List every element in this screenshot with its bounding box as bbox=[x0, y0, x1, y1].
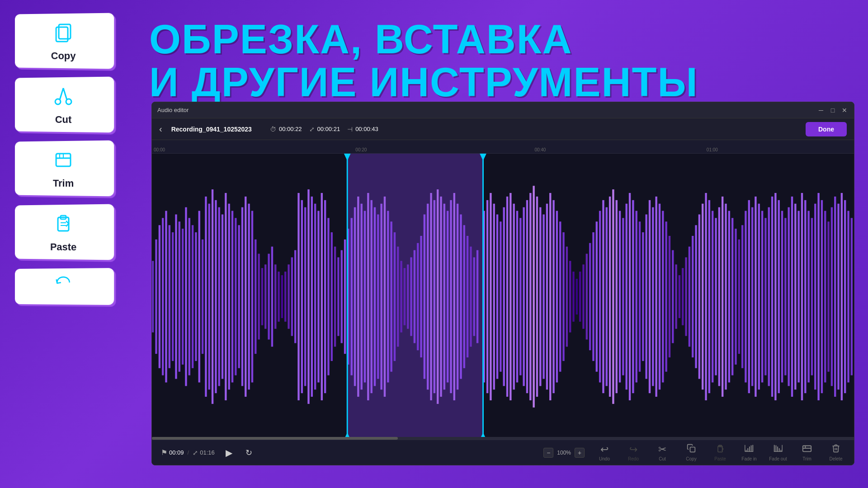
editor-title: Audio editor bbox=[157, 107, 817, 113]
svg-rect-137 bbox=[562, 232, 564, 361]
svg-rect-178 bbox=[698, 215, 700, 379]
tool-card-undo-partial[interactable] bbox=[15, 268, 114, 305]
svg-rect-156 bbox=[626, 204, 627, 389]
flag-icon: ⚑ bbox=[161, 448, 167, 457]
svg-rect-54 bbox=[284, 272, 286, 322]
time-separator: / bbox=[188, 449, 189, 456]
time-duration-value: 00:00:21 bbox=[317, 126, 340, 132]
svg-rect-232 bbox=[690, 447, 695, 452]
tool-card-trim[interactable]: Trim bbox=[15, 141, 114, 197]
svg-rect-60 bbox=[304, 207, 306, 386]
svg-rect-140 bbox=[572, 272, 574, 322]
svg-rect-248 bbox=[781, 450, 782, 452]
redo-tool-label: Redo bbox=[628, 456, 639, 461]
trim-tool-icon bbox=[802, 444, 812, 455]
svg-rect-121 bbox=[509, 193, 511, 400]
svg-rect-131 bbox=[542, 215, 544, 379]
svg-rect-200 bbox=[771, 197, 773, 397]
total-time: 01:16 bbox=[200, 449, 215, 456]
svg-rect-193 bbox=[748, 200, 750, 393]
back-button[interactable]: ‹ bbox=[159, 124, 162, 134]
svg-rect-43 bbox=[248, 204, 250, 389]
svg-rect-218 bbox=[831, 207, 833, 386]
svg-rect-33 bbox=[215, 200, 217, 393]
svg-rect-174 bbox=[685, 257, 687, 336]
svg-rect-241 bbox=[752, 445, 753, 452]
loop-button[interactable]: ↻ bbox=[242, 446, 256, 460]
svg-rect-210 bbox=[804, 200, 806, 393]
svg-rect-18 bbox=[165, 211, 167, 383]
copy-label: Copy bbox=[51, 50, 76, 62]
svg-rect-26 bbox=[192, 225, 193, 368]
svg-rect-186 bbox=[725, 204, 726, 389]
fade-out-tool-button[interactable]: Fade out bbox=[769, 444, 787, 461]
svg-rect-37 bbox=[228, 204, 230, 389]
svg-rect-71 bbox=[341, 250, 343, 343]
delete-tool-button[interactable]: Delete bbox=[827, 444, 845, 461]
svg-rect-44 bbox=[251, 211, 253, 383]
svg-rect-19 bbox=[169, 225, 170, 368]
zoom-icon: ⤢ bbox=[193, 449, 198, 456]
tool-card-copy[interactable]: Copy bbox=[15, 13, 114, 69]
svg-rect-49 bbox=[268, 254, 269, 340]
svg-rect-40 bbox=[238, 225, 240, 368]
zoom-in-button[interactable]: + bbox=[575, 448, 585, 458]
svg-rect-182 bbox=[712, 211, 713, 383]
svg-rect-28 bbox=[198, 211, 200, 383]
svg-rect-123 bbox=[516, 211, 518, 383]
svg-rect-132 bbox=[546, 204, 548, 389]
transport-time: ⚑ 00:09 / ⤢ 01:16 bbox=[161, 448, 215, 457]
svg-rect-189 bbox=[735, 229, 736, 365]
svg-rect-168 bbox=[665, 221, 667, 371]
title-line1: ОБРЕЗКА, ВСТАВКА bbox=[149, 18, 719, 61]
cut-tool-button[interactable]: ✂ Cut bbox=[653, 444, 671, 461]
trim-label: Trim bbox=[53, 178, 74, 189]
svg-rect-30 bbox=[205, 197, 207, 397]
undo-tool-label: Undo bbox=[599, 456, 610, 461]
svg-rect-184 bbox=[718, 207, 720, 386]
svg-rect-29 bbox=[202, 239, 203, 354]
transport-controls: ▶ ↻ bbox=[222, 446, 256, 460]
fade-in-tool-label: Fade in bbox=[741, 456, 756, 461]
play-button[interactable]: ▶ bbox=[222, 446, 236, 460]
fade-out-tool-icon bbox=[773, 444, 783, 455]
svg-rect-66 bbox=[324, 200, 326, 393]
svg-rect-173 bbox=[682, 268, 684, 325]
maximize-button[interactable]: □ bbox=[829, 106, 837, 114]
svg-rect-171 bbox=[675, 264, 677, 328]
svg-rect-118 bbox=[500, 221, 501, 371]
fade-in-tool-icon bbox=[744, 444, 754, 455]
minimize-button[interactable]: ─ bbox=[817, 106, 825, 114]
svg-rect-145 bbox=[589, 243, 591, 350]
svg-rect-61 bbox=[307, 189, 309, 404]
window-controls: ─ □ ✕ bbox=[817, 106, 849, 114]
tool-card-cut[interactable]: Cut bbox=[15, 77, 114, 133]
svg-rect-125 bbox=[523, 207, 524, 386]
svg-rect-32 bbox=[212, 189, 213, 404]
done-button[interactable]: Done bbox=[806, 122, 847, 136]
svg-rect-217 bbox=[827, 221, 829, 371]
svg-rect-239 bbox=[749, 446, 750, 451]
svg-rect-209 bbox=[801, 193, 803, 400]
scrollbar-track[interactable] bbox=[152, 437, 854, 440]
svg-rect-128 bbox=[533, 186, 534, 408]
undo-tool-button[interactable]: ↩ Undo bbox=[595, 444, 613, 461]
time-start-item: ⏱ 00:00:22 bbox=[270, 126, 302, 133]
svg-rect-225 bbox=[347, 154, 483, 440]
svg-rect-146 bbox=[592, 232, 594, 361]
close-button[interactable]: ✕ bbox=[840, 106, 849, 114]
trim-tool-button[interactable]: Trim bbox=[798, 444, 816, 461]
zoom-out-button[interactable]: − bbox=[543, 448, 553, 458]
fade-in-tool-button[interactable]: Fade in bbox=[740, 444, 758, 461]
svg-rect-57 bbox=[294, 250, 296, 343]
redo-tool-button[interactable]: ↪ Redo bbox=[624, 444, 642, 461]
svg-rect-183 bbox=[715, 218, 717, 375]
svg-rect-214 bbox=[817, 193, 819, 400]
svg-rect-135 bbox=[556, 211, 558, 383]
svg-rect-222 bbox=[844, 200, 846, 393]
copy-tool-button[interactable]: Copy bbox=[682, 444, 700, 461]
copy-tool-label: Copy bbox=[686, 456, 696, 461]
paste-tool-button[interactable]: Paste bbox=[711, 444, 729, 461]
svg-rect-149 bbox=[602, 200, 604, 393]
tool-card-paste[interactable]: Paste bbox=[15, 204, 114, 260]
